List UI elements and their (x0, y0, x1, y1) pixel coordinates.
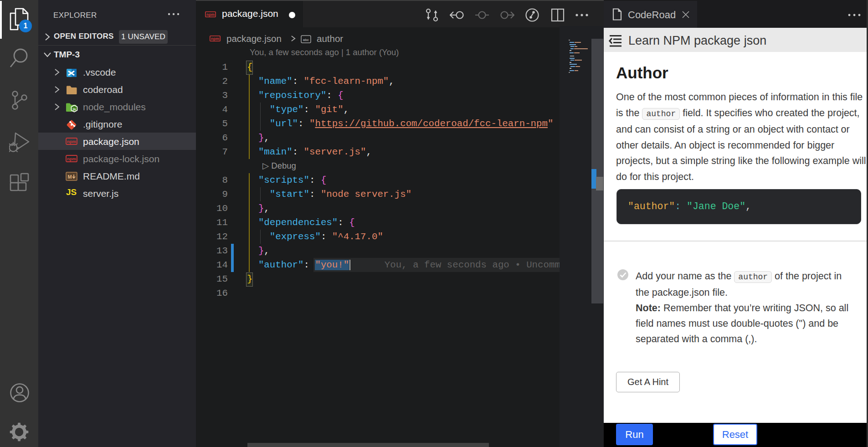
svg-text:npm: npm (211, 36, 219, 41)
svg-text:js: js (72, 107, 76, 111)
svg-text:npm: npm (67, 139, 76, 144)
svg-text:abc: abc (303, 38, 309, 42)
svg-text:npm: npm (206, 12, 215, 17)
svg-text:npm: npm (67, 156, 76, 161)
svg-text:M: M (67, 174, 72, 180)
